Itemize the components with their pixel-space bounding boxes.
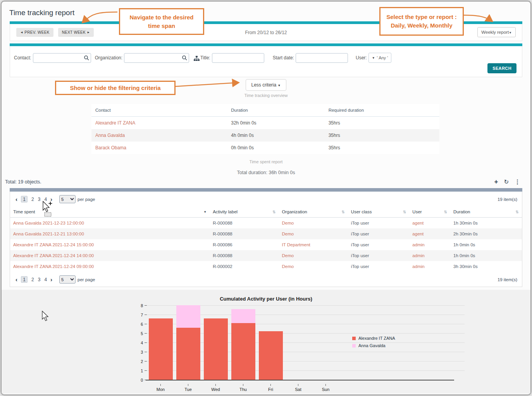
organization-link[interactable]: Demo bbox=[282, 221, 294, 225]
bar-segment bbox=[231, 309, 255, 323]
start-date-input[interactable] bbox=[296, 53, 348, 63]
organization-link[interactable]: Demo bbox=[282, 232, 294, 236]
page-1[interactable]: 1 bbox=[21, 276, 28, 283]
page-4[interactable]: 4 bbox=[44, 197, 47, 202]
contact-link[interactable]: Anna Gavalda bbox=[95, 133, 125, 138]
user-label: User: bbox=[356, 55, 367, 61]
activity-chart-section: Cumulated Activity per User (in Hours) 0… bbox=[2, 290, 530, 394]
col-contact: Contact bbox=[91, 104, 227, 117]
kebab-menu-icon[interactable]: ⋮ bbox=[515, 179, 520, 185]
bar-segment bbox=[259, 331, 283, 380]
filter-panel: Contact: Organization: Title: Start date… bbox=[10, 43, 522, 77]
title-input[interactable] bbox=[212, 53, 264, 63]
table-row: Anna Gavalda 2021-12-21 13:00:00 R-00008… bbox=[10, 228, 522, 239]
col-duration[interactable]: Duration⇅ bbox=[450, 206, 522, 218]
table-row: Alexandre IT ZANA 32h 0min 0s 35hrs bbox=[91, 117, 439, 130]
page-1[interactable]: 1 bbox=[21, 196, 28, 202]
chevron-down-icon: ▼ bbox=[509, 31, 512, 35]
overview-table: Contact Duration Required duration Alexa… bbox=[91, 104, 439, 154]
table-row: Anna Gavalda 2021-12-23 12:00:00 R-00008… bbox=[10, 218, 522, 229]
time-spent-list-panel: ‹ 1 2 3 4 › 5 per page 19 item(s) Time s… bbox=[10, 192, 522, 287]
per-page-select[interactable]: 5 bbox=[59, 195, 76, 203]
page-3[interactable]: 3 bbox=[38, 197, 41, 202]
organization-input[interactable] bbox=[124, 53, 189, 63]
add-icon[interactable]: + bbox=[494, 179, 498, 185]
bar-segment bbox=[176, 328, 200, 380]
user-link[interactable]: agent bbox=[412, 221, 424, 225]
organization-link[interactable]: Demo bbox=[282, 264, 294, 269]
pager-next-icon[interactable]: › bbox=[50, 196, 52, 202]
table-row: Barack Obama 0h 0min 0s 35hrs bbox=[91, 142, 439, 154]
sort-icon[interactable]: ⇅ bbox=[403, 210, 406, 214]
col-user-class[interactable]: User class⇅ bbox=[348, 206, 410, 218]
time-spent-link[interactable]: Alexandre IT ZANA 2021-12-24 14:00:00 bbox=[13, 253, 94, 258]
table-row: Alexandre IT ZANA 2021-12-24 14:00:00 R-… bbox=[10, 250, 522, 261]
col-time-spent[interactable]: Time spent▼ bbox=[10, 206, 210, 218]
chart-x-labels: MonTueWedThuFriSatSun bbox=[147, 384, 339, 392]
page-4[interactable]: 4 bbox=[44, 277, 47, 282]
bar-segment bbox=[176, 305, 200, 328]
contact-label: Contact: bbox=[14, 55, 31, 61]
table-row: Alexandre IT ZANA 2021-12-24 15:00:00 R-… bbox=[10, 239, 522, 250]
sort-icon[interactable]: ⇅ bbox=[516, 210, 519, 214]
organization-link[interactable]: IT Department bbox=[282, 242, 310, 247]
search-icon bbox=[182, 55, 187, 61]
col-user[interactable]: User⇅ bbox=[409, 206, 450, 218]
page-3[interactable]: 3 bbox=[38, 277, 41, 282]
pager-prev-icon[interactable]: ‹ bbox=[15, 276, 17, 283]
title-label: Title: bbox=[200, 55, 210, 61]
refresh-icon[interactable]: ↻ bbox=[504, 179, 509, 185]
time-spent-link[interactable]: Alexandre IT ZANA 2021-12-24 09:00:00 bbox=[13, 264, 94, 269]
contact-input[interactable] bbox=[33, 53, 91, 63]
time-spent-link[interactable]: Anna Gavalda 2021-12-23 12:00:00 bbox=[13, 221, 84, 225]
col-organization[interactable]: Organization⇅ bbox=[279, 206, 348, 218]
user-link[interactable]: agent bbox=[412, 232, 424, 236]
list-divider-bar bbox=[10, 188, 522, 192]
pager-prev-icon[interactable]: ‹ bbox=[15, 196, 17, 202]
page-2[interactable]: 2 bbox=[31, 197, 34, 202]
user-link[interactable]: admin bbox=[412, 242, 424, 247]
table-row: Alexandre IT ZANA 2021-12-24 09:00:00 R-… bbox=[10, 261, 522, 272]
col-duration: Duration bbox=[227, 104, 324, 117]
less-criteria-button[interactable]: Less criteria ▼ bbox=[246, 79, 287, 91]
time-spent-table: Time spent▼ Activity label⇅ Organization… bbox=[10, 206, 522, 272]
chart-title: Cumulated Activity per User (in Hours) bbox=[2, 296, 530, 302]
sort-icon[interactable]: ⇅ bbox=[444, 210, 447, 214]
chart-y-axis: 012345678 bbox=[132, 306, 147, 380]
sort-icon[interactable]: ⇅ bbox=[272, 210, 275, 214]
per-page-label: per page bbox=[77, 197, 95, 202]
contact-link[interactable]: Alexandre IT ZANA bbox=[95, 120, 135, 126]
callout-report-type: Select the type or report : Daily, Weekl… bbox=[379, 7, 464, 36]
col-required-duration: Required duration bbox=[325, 104, 439, 117]
time-spent-report-caption: Time spent report bbox=[2, 159, 530, 164]
bar-segment bbox=[149, 318, 173, 380]
per-page-select[interactable]: 5 bbox=[59, 275, 76, 284]
hierarchy-icon[interactable] bbox=[194, 56, 200, 61]
chevron-down-icon: ▼ bbox=[278, 84, 281, 87]
time-spent-link[interactable]: Anna Gavalda 2021-12-21 13:00:00 bbox=[13, 232, 84, 236]
activity-chart: 012345678 MonTueWedThuFriSatSun Alexandr… bbox=[2, 303, 530, 393]
search-button[interactable]: SEARCH bbox=[487, 63, 517, 73]
search-icon bbox=[84, 55, 89, 61]
pager-next-icon[interactable]: › bbox=[50, 276, 52, 283]
organization-link[interactable]: Demo bbox=[282, 253, 294, 258]
chevron-down-icon: ▼ bbox=[372, 56, 375, 60]
chart-bars bbox=[147, 305, 339, 380]
report-type-dropdown[interactable]: Weekly report▼ bbox=[477, 27, 516, 37]
bar-segment bbox=[231, 323, 255, 380]
start-date-label: Start date: bbox=[273, 55, 294, 61]
user-link[interactable]: admin bbox=[412, 264, 424, 269]
chart-legend: Alexandre IT ZANAAnna Gavalda bbox=[352, 336, 395, 351]
items-count-label: 19 item(s) bbox=[498, 197, 517, 202]
user-link[interactable]: admin bbox=[412, 253, 424, 258]
col-activity-label[interactable]: Activity label⇅ bbox=[210, 206, 279, 218]
pager-top: ‹ 1 2 3 4 › 5 per page 19 item(s) bbox=[10, 192, 522, 206]
sort-icon[interactable]: ⇅ bbox=[341, 210, 344, 214]
contact-link[interactable]: Barack Obama bbox=[95, 145, 126, 150]
user-filter-dropdown[interactable]: ▼' Any ' bbox=[368, 53, 392, 63]
time-spent-link[interactable]: Alexandre IT ZANA 2021-12-24 15:00:00 bbox=[13, 242, 94, 247]
page-2[interactable]: 2 bbox=[31, 277, 34, 282]
organization-label: Organization: bbox=[95, 55, 122, 61]
table-row: Anna Gavalda 4h 0min 0s 35hrs bbox=[91, 129, 439, 142]
sort-desc-icon[interactable]: ▼ bbox=[203, 210, 207, 214]
